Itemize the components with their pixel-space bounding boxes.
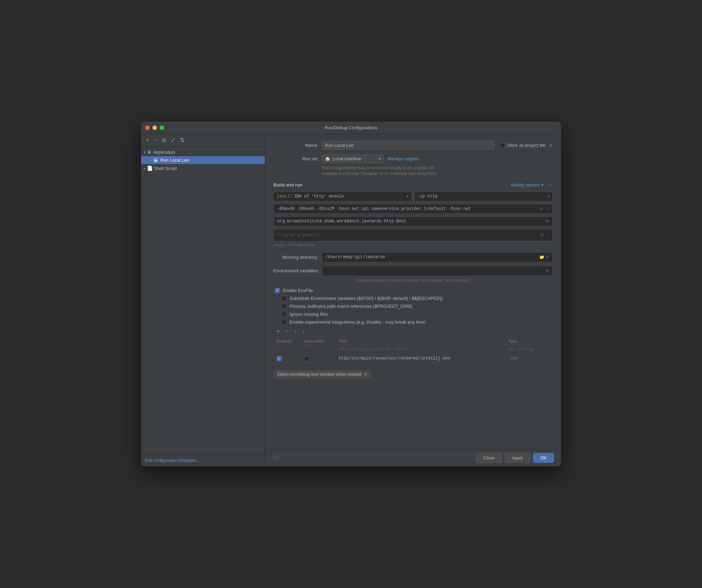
- close-button[interactable]: Close: [476, 453, 502, 463]
- java-sdk-label: SDK of 'http' module: [294, 194, 344, 199]
- process-jetbrains-checkbox[interactable]: [282, 304, 287, 309]
- ignore-missing-label: Ignore missing files: [290, 312, 328, 317]
- cp-dropdown[interactable]: -cp http ▾: [414, 192, 553, 201]
- program-args-expand-icon[interactable]: ⤢: [546, 233, 549, 237]
- store-project-gear-icon[interactable]: ⚙: [549, 143, 553, 148]
- close-button[interactable]: [145, 125, 150, 130]
- working-dir-input[interactable]: /Users/emay/git/leonardo 📁 ⧉: [322, 252, 553, 262]
- process-jetbrains-label: Process JetBrains path macro references …: [290, 304, 412, 309]
- col-enabled: Enabled: [277, 339, 304, 344]
- build-run-section-header: Build and run Modify options ▾ ⌥M: [273, 182, 553, 187]
- envfile-move-up-button[interactable]: ↑: [292, 327, 299, 335]
- row2-type: .env: [508, 356, 550, 361]
- open-tool-window-tag[interactable]: Open run/debug tool window when started …: [273, 370, 371, 378]
- vm-options-expand-icon[interactable]: ⤢: [546, 206, 549, 211]
- sidebar-item-run-local-leo[interactable]: ▶ Run Local Leo: [141, 156, 265, 164]
- envfile-remove-button[interactable]: −: [283, 327, 290, 335]
- row2-executable-checkbox[interactable]: [304, 356, 309, 361]
- program-args-field[interactable]: Program arguments ⧉ ⤢: [273, 229, 553, 241]
- main-class-copy-icon[interactable]: ⧉: [546, 219, 549, 224]
- sidebar-group-shell-script: ▸ 📄 Shell Script: [141, 164, 265, 172]
- row2-enabled-checkbox[interactable]: ✓: [277, 356, 282, 361]
- table-row[interactable]: ✓ <Run Configuration Env Vars> Run Confi…: [274, 345, 552, 354]
- envfile-move-down-button[interactable]: ↓: [301, 327, 307, 335]
- enable-envfile-checkbox[interactable]: ✓: [275, 288, 280, 293]
- footer-right: Close Apply OK: [476, 453, 554, 463]
- col-executable: Executable: [304, 339, 339, 344]
- vm-options-copy-icon[interactable]: ⧉: [540, 206, 543, 211]
- row2-path: http/src/main/resources/rendered/intelli…: [339, 356, 508, 361]
- run-on-dropdown[interactable]: 🏠 Local machine ▾: [322, 154, 384, 163]
- java-keyword: java: [277, 194, 287, 199]
- name-label: Name:: [273, 143, 318, 148]
- working-dir-folder-icon[interactable]: 📁: [539, 255, 544, 260]
- sort-config-button[interactable]: ⇅: [179, 136, 186, 144]
- close-tag-button[interactable]: ×: [364, 372, 367, 377]
- dropdown-arrow-icon: ▾: [379, 157, 381, 161]
- remove-config-button[interactable]: −: [152, 136, 158, 144]
- env-vars-input[interactable]: ⧉: [322, 266, 553, 276]
- help-button[interactable]: ?: [272, 455, 279, 462]
- add-config-button[interactable]: +: [144, 136, 150, 144]
- sidebar-group-header-application[interactable]: ▾ 🖥 Application: [141, 148, 265, 156]
- main-class-value: org.broadinstitute.dsde.workbench.leonar…: [277, 219, 543, 224]
- enable-envfile-row: ✓ Enable EnvFile: [275, 288, 553, 293]
- java-version-dropdown[interactable]: java 17 SDK of 'http' module ▾: [273, 192, 412, 201]
- modify-options-chevron-icon: ▾: [541, 182, 544, 187]
- store-project-row: Store as project file ⚙: [500, 143, 553, 148]
- name-input[interactable]: [322, 141, 494, 150]
- manage-targets-link[interactable]: Manage targets...: [387, 156, 422, 161]
- name-section: Name:: [273, 141, 500, 150]
- run-on-hint: Run configurations may be executed local…: [322, 165, 553, 177]
- sidebar-toolbar: + − ⧉ ⤢ ⇅: [141, 134, 265, 146]
- row1-executable-checkbox[interactable]: [304, 347, 309, 352]
- sidebar-group-header-shell[interactable]: ▸ 📄 Shell Script: [141, 164, 265, 172]
- java-dropdown-arrow-icon: ▾: [407, 194, 409, 199]
- java-version: 17: [288, 194, 293, 199]
- enable-experimental-checkbox[interactable]: [282, 320, 287, 325]
- window-title: Run/Debug Configurations: [324, 125, 377, 130]
- minimize-button[interactable]: [152, 125, 157, 130]
- envfile-table-header: Enabled Executable Path Type: [274, 337, 552, 345]
- sidebar-group-label-application: Application: [153, 150, 175, 155]
- store-project-checkbox[interactable]: [500, 143, 505, 148]
- ignore-missing-checkbox[interactable]: [282, 312, 287, 317]
- process-jetbrains-row: Process JetBrains path macro references …: [282, 304, 553, 309]
- env-vars-hint: Separate variables with semicolon: VAR=v…: [273, 278, 553, 283]
- table-row[interactable]: ✓ http/src/main/resources/rendered/intel…: [274, 354, 552, 363]
- copy-config-button[interactable]: ⧉: [161, 136, 167, 144]
- envfile-table: Enabled Executable Path Type ✓: [273, 337, 553, 363]
- chevron-down-icon: ▾: [144, 150, 146, 154]
- working-dir-copy-icon[interactable]: ⧉: [546, 255, 549, 260]
- ignore-missing-row: Ignore missing files: [282, 312, 553, 317]
- field-hint-label: Press ⌥ for field hints: [273, 243, 314, 247]
- cp-dropdown-arrow-icon: ▾: [548, 194, 550, 199]
- enable-experimental-label: Enable experimental integrations (e.g. G…: [290, 320, 426, 325]
- program-args-placeholder: Program arguments: [277, 233, 319, 237]
- working-dir-value: /Users/emay/git/leonardo: [325, 255, 385, 260]
- row1-enabled-checkbox[interactable]: ✓: [277, 347, 282, 352]
- move-config-button[interactable]: ⤢: [169, 136, 177, 144]
- sub-env-vars-checkbox[interactable]: [282, 296, 287, 301]
- sidebar-group-application: ▾ 🖥 Application ▶ Run Local Leo: [141, 148, 265, 164]
- modify-options-link[interactable]: Modify options ▾ ⌥M: [511, 182, 553, 187]
- envfile-toolbar: + − ↑ ↓: [275, 327, 553, 335]
- shell-script-icon: 📄: [147, 165, 153, 171]
- edit-templates-link[interactable]: Edit configuration templates...: [145, 458, 200, 463]
- panel-footer: ? Close Apply OK: [265, 449, 561, 466]
- sub-env-vars-row: Substitute Environment Variables (${FOO}…: [282, 296, 553, 301]
- vm-options-field[interactable]: -DXmx4G -DXms4G -DXss2M -Dsun.net.spi.na…: [273, 204, 553, 214]
- sidebar: + − ⧉ ⤢ ⇅ ▾ 🖥 Application ▶ Run Local Le…: [141, 134, 265, 466]
- env-vars-copy-icon[interactable]: ⧉: [546, 268, 549, 273]
- java-classpath-row: java 17 SDK of 'http' module ▾ -cp http …: [273, 192, 553, 201]
- apply-button[interactable]: Apply: [505, 453, 531, 463]
- maximize-button[interactable]: [160, 125, 164, 130]
- ok-button[interactable]: OK: [533, 453, 554, 463]
- modify-options-label: Modify options: [511, 182, 540, 187]
- title-bar: Run/Debug Configurations: [141, 122, 561, 134]
- working-dir-row: Working directory: /Users/emay/git/leona…: [273, 252, 553, 262]
- envfile-add-button[interactable]: +: [275, 327, 281, 335]
- main-class-field[interactable]: org.broadinstitute.dsde.workbench.leonar…: [273, 216, 553, 226]
- program-args-copy-icon[interactable]: ⧉: [541, 233, 544, 237]
- config-panel: Name: Store as project file ⚙ Run on: 🏠 …: [265, 134, 561, 466]
